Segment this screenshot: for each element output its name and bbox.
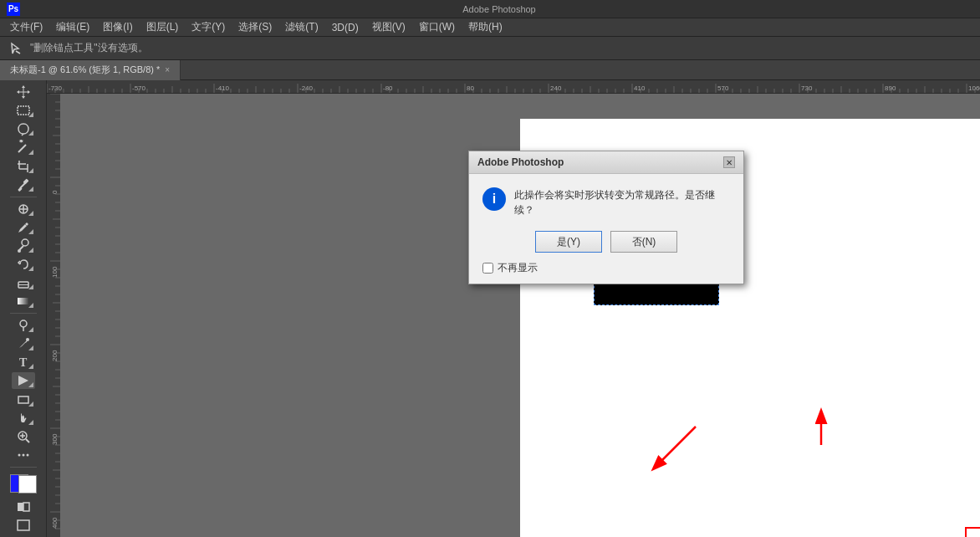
tool-healing[interactable] bbox=[12, 200, 35, 217]
svg-rect-26 bbox=[18, 396, 28, 403]
tool-eraser[interactable] bbox=[12, 274, 35, 291]
svg-text:T: T bbox=[19, 356, 28, 369]
tool-eyedropper[interactable] bbox=[12, 176, 35, 193]
horizontal-ruler bbox=[47, 80, 980, 94]
menu-text[interactable]: 文字(Y) bbox=[185, 18, 232, 36]
svg-marker-4 bbox=[18, 140, 23, 143]
tool-magic-wand[interactable] bbox=[12, 139, 35, 156]
menu-3d[interactable]: 3D(D) bbox=[325, 20, 365, 35]
menu-bar: 文件(F) 编辑(E) 图像(I) 图层(L) 文字(Y) 选择(S) 滤镜(T… bbox=[0, 18, 980, 37]
tool-crop[interactable] bbox=[12, 158, 35, 175]
tool-marquee[interactable] bbox=[12, 102, 35, 119]
content-area bbox=[47, 80, 980, 537]
tool-path-select[interactable] bbox=[12, 372, 35, 389]
tab-label: 未标题-1 @ 61.6% (矩形 1, RGB/8) * bbox=[10, 64, 160, 76]
tool-clone[interactable] bbox=[12, 238, 35, 254]
dialog-title: Adobe Photoshop bbox=[477, 156, 564, 168]
dialog-title-bar: Adobe Photoshop ✕ bbox=[469, 151, 743, 174]
svg-point-33 bbox=[26, 453, 28, 456]
svg-rect-21 bbox=[18, 298, 29, 304]
tool-move[interactable] bbox=[12, 84, 35, 100]
vertical-ruler bbox=[47, 94, 60, 537]
svg-rect-1 bbox=[18, 106, 29, 115]
svg-rect-35 bbox=[23, 503, 29, 511]
tool-dodge[interactable] bbox=[12, 317, 35, 334]
tool-screen-mode[interactable] bbox=[12, 517, 35, 534]
background-color[interactable] bbox=[18, 475, 37, 494]
tool-pen[interactable] bbox=[12, 335, 35, 352]
dialog-no-button[interactable]: 否(N) bbox=[610, 231, 677, 253]
dialog-no-show-checkbox[interactable] bbox=[482, 263, 493, 274]
tab-bar: 未标题-1 @ 61.6% (矩形 1, RGB/8) * × bbox=[0, 60, 980, 80]
svg-point-18 bbox=[18, 249, 21, 253]
menu-file[interactable]: 文件(F) bbox=[3, 18, 49, 36]
tool-text[interactable]: T bbox=[12, 354, 35, 371]
menu-edit[interactable]: 编辑(E) bbox=[49, 18, 96, 36]
title-bar: Ps Adobe Photoshop bbox=[0, 0, 980, 18]
svg-line-3 bbox=[18, 145, 26, 152]
options-bar: "删除锚点工具"没有选项。 bbox=[0, 37, 980, 60]
window-title: Adobe Photoshop bbox=[25, 4, 973, 14]
dialog-box: Adobe Photoshop ✕ i 此操作会将实时形状转变为常规路径。是否继… bbox=[468, 151, 744, 284]
ps-app-icon: Ps bbox=[7, 3, 20, 16]
menu-image[interactable]: 图像(I) bbox=[96, 18, 139, 36]
selection-indicator bbox=[965, 527, 980, 537]
main-layout: T bbox=[0, 80, 980, 537]
tool-shape[interactable] bbox=[12, 391, 35, 407]
svg-rect-34 bbox=[18, 503, 23, 511]
menu-view[interactable]: 视图(V) bbox=[365, 18, 412, 36]
dialog-buttons: 是(Y) 否(N) bbox=[469, 226, 743, 261]
menu-window[interactable]: 窗口(W) bbox=[412, 18, 462, 36]
toolbar-separator-1 bbox=[10, 197, 37, 197]
dialog-close-button[interactable]: ✕ bbox=[723, 156, 735, 168]
svg-point-16 bbox=[22, 239, 28, 246]
dialog-content: i 此操作会将实时形状转变为常规路径。是否继续？ bbox=[469, 174, 743, 226]
toolbar-separator-3 bbox=[10, 467, 37, 468]
menu-help[interactable]: 帮助(H) bbox=[462, 18, 509, 36]
tool-zoom[interactable] bbox=[12, 428, 35, 445]
tool-brush[interactable] bbox=[12, 219, 35, 236]
toolbar: T bbox=[0, 80, 47, 537]
tool-quick-mask[interactable] bbox=[12, 499, 35, 515]
menu-layer[interactable]: 图层(L) bbox=[140, 18, 186, 36]
document-tab[interactable]: 未标题-1 @ 61.6% (矩形 1, RGB/8) * × bbox=[0, 60, 181, 80]
dialog-yes-button[interactable]: 是(Y) bbox=[535, 231, 602, 253]
tool-history-brush[interactable] bbox=[12, 256, 35, 273]
current-tool-icon bbox=[7, 40, 23, 57]
options-hint: "删除锚点工具"没有选项。 bbox=[30, 41, 148, 55]
svg-line-28 bbox=[26, 439, 29, 442]
svg-point-31 bbox=[18, 453, 20, 456]
menu-filter[interactable]: 滤镜(T) bbox=[278, 18, 324, 36]
tool-hand[interactable] bbox=[12, 410, 35, 427]
svg-point-32 bbox=[22, 453, 24, 456]
tool-gradient[interactable] bbox=[12, 293, 35, 309]
tool-more[interactable] bbox=[12, 447, 35, 463]
dialog-info-icon: i bbox=[482, 187, 506, 211]
svg-rect-36 bbox=[18, 520, 29, 530]
dialog-message: 此操作会将实时形状转变为常规路径。是否继续？ bbox=[514, 187, 730, 217]
svg-point-24 bbox=[26, 338, 29, 341]
tab-close-button[interactable]: × bbox=[165, 65, 170, 74]
menu-select[interactable]: 选择(S) bbox=[232, 18, 278, 36]
svg-point-22 bbox=[20, 320, 27, 327]
tool-lasso[interactable] bbox=[12, 120, 35, 137]
dialog-checkbox-row: 不再显示 bbox=[469, 261, 743, 284]
toolbar-separator-2 bbox=[10, 313, 37, 314]
dialog-no-show-label[interactable]: 不再显示 bbox=[498, 261, 538, 275]
color-swatches bbox=[10, 474, 37, 494]
svg-line-0 bbox=[16, 51, 20, 54]
